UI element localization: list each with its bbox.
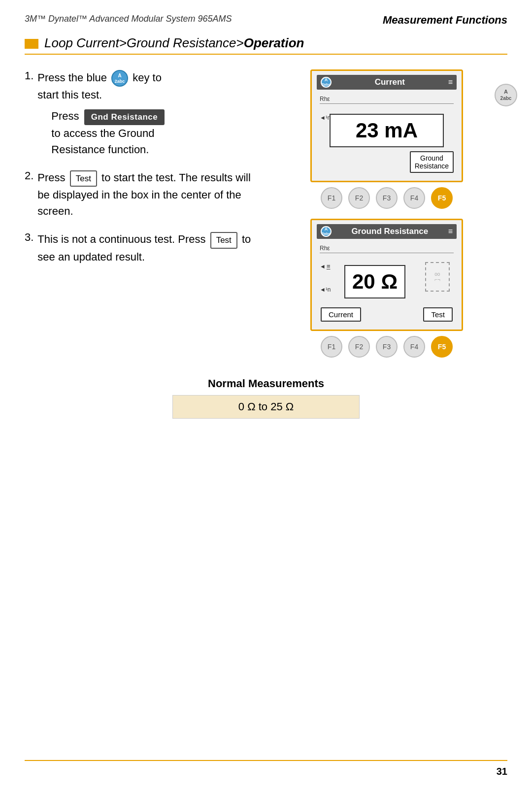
- fkey2-f5[interactable]: F5: [431, 336, 453, 358]
- main-content: 1. Press the blue A2abc key tostart this…: [0, 55, 532, 358]
- screen1-header: A2abc Current ≡: [317, 75, 457, 90]
- screen1-icon: A2abc: [321, 77, 332, 88]
- screen1-body: Rhε ◄¹n 23 mA GroundResistance: [317, 94, 457, 175]
- fkey1-f4[interactable]: F4: [403, 187, 425, 209]
- side-key-wrapper: A2abc: [495, 84, 517, 106]
- footer-line: [25, 760, 507, 761]
- screen2-gn-label: ◄ ≡: [320, 263, 330, 270]
- page-title: Loop Current>Ground Resistance>Operation: [44, 35, 304, 51]
- screen2-menu-icon: ≡: [448, 227, 453, 236]
- screen1-device: A2abc Current ≡ Rhε ◄¹n 23 mA GroundResi…: [310, 69, 463, 182]
- gr-button-area: GroundResistance: [320, 151, 454, 173]
- fkey1-f1[interactable]: F1: [321, 187, 342, 209]
- title-prefix: Loop Current>Ground Resistance>: [44, 35, 244, 50]
- screen2-header: A2abc Ground Resistance ≡: [317, 224, 457, 239]
- instruction-3: 3. This is not a continuous test. Press …: [25, 231, 261, 265]
- header-product: 3M™ Dynatel™ Advanced Modular System 965…: [25, 14, 232, 24]
- test-btn-inline-2: Test: [210, 232, 237, 249]
- fkey2-f2[interactable]: F2: [348, 336, 370, 358]
- step-3-text: This is not a continuous test. Press Tes…: [37, 231, 261, 265]
- screen2-test-btn[interactable]: Test: [423, 307, 453, 322]
- screen2-icon: A2abc: [321, 226, 332, 237]
- step-2-text: Press Test to start the test. The result…: [37, 169, 261, 220]
- test-btn-inline-1: Test: [70, 170, 97, 187]
- screen2-value-display: 20 Ω: [344, 265, 405, 298]
- measurements-section: Normal Measurements 0 Ω to 25 Ω: [0, 358, 532, 419]
- screen1-value-display: 23 mA: [330, 114, 444, 147]
- screen1-rho-label: Rhε: [320, 96, 330, 102]
- screen2-in-label: ◄¹n: [320, 286, 331, 293]
- step-2-num: 2.: [25, 169, 33, 182]
- gr-btn[interactable]: GroundResistance: [410, 151, 454, 173]
- screen2-bottom-btns: Current Test: [320, 307, 454, 322]
- footer: 31: [0, 760, 532, 777]
- side-key[interactable]: A2abc: [495, 84, 517, 106]
- screen2-body: Rhε ◄ ≡ 20 Ω oo⌐¬ ◄¹n: [317, 243, 457, 324]
- screen1-title: Current: [332, 77, 448, 87]
- instructions-panel: 1. Press the blue A2abc key tostart this…: [25, 69, 261, 358]
- screen1-menu-icon: ≡: [448, 78, 453, 87]
- header-section: Measurement Functions: [383, 14, 507, 27]
- screen2-rho-label: Rhε: [320, 245, 330, 252]
- title-line: Loop Current>Ground Resistance>Operation: [25, 35, 507, 51]
- blue-key-icon: A2abc: [111, 70, 128, 87]
- device-screens-panel: A2abc Current ≡ Rhε ◄¹n 23 mA GroundResi…: [276, 69, 463, 358]
- instruction-1: 1. Press the blue A2abc key tostart this…: [25, 69, 261, 158]
- screen2-wrapper: A2abc Ground Resistance ≡ Rhε ◄ ≡: [310, 219, 463, 358]
- gnd-resistance-button-label: Gnd Resistance: [84, 109, 165, 125]
- step-1-text: Press the blue A2abc key tostart this te…: [37, 69, 166, 103]
- screen2-current-btn[interactable]: Current: [321, 307, 361, 322]
- instruction-2: 2. Press Test to start the test. The res…: [25, 169, 261, 220]
- title-bar-decoration: [25, 39, 38, 49]
- measurements-table: 0 Ω to 25 Ω: [172, 395, 360, 419]
- measurements-value: 0 Ω to 25 Ω: [173, 396, 359, 418]
- screen1-divider: [320, 103, 454, 104]
- title-section: Loop Current>Ground Resistance>Operation: [0, 27, 532, 55]
- screen2-fkeys: F1 F2 F3 F4 F5: [310, 336, 463, 358]
- page-container: 3M™ Dynatel™ Advanced Modular System 965…: [0, 0, 532, 792]
- screen1-in-label: ◄¹n: [320, 114, 331, 121]
- fkey1-f2[interactable]: F2: [348, 187, 370, 209]
- screen2-title: Ground Resistance: [332, 227, 448, 236]
- step-1-num: 1.: [25, 69, 33, 82]
- screen1-fkeys: F1 F2 F3 F4 F5: [310, 187, 463, 209]
- step-1-sub: Press Gnd Resistance to access the Groun…: [51, 108, 166, 158]
- screen2-device: A2abc Ground Resistance ≡ Rhε ◄ ≡: [310, 219, 463, 331]
- fkey2-f4[interactable]: F4: [403, 336, 425, 358]
- header: 3M™ Dynatel™ Advanced Modular System 965…: [0, 0, 532, 27]
- dotted-box: oo⌐¬: [425, 262, 450, 292]
- fkey1-f3[interactable]: F3: [376, 187, 398, 209]
- page-number: 31: [25, 766, 507, 777]
- step-3-num: 3.: [25, 231, 33, 244]
- screen1-wrapper: A2abc Current ≡ Rhε ◄¹n 23 mA GroundResi…: [310, 69, 463, 209]
- fkey2-f1[interactable]: F1: [321, 336, 342, 358]
- title-bold: Operation: [244, 35, 304, 50]
- measurements-title: Normal Measurements: [25, 377, 507, 390]
- fkey1-f5[interactable]: F5: [431, 187, 453, 209]
- fkey2-f3[interactable]: F3: [376, 336, 398, 358]
- screen2-divider1: [320, 253, 454, 253]
